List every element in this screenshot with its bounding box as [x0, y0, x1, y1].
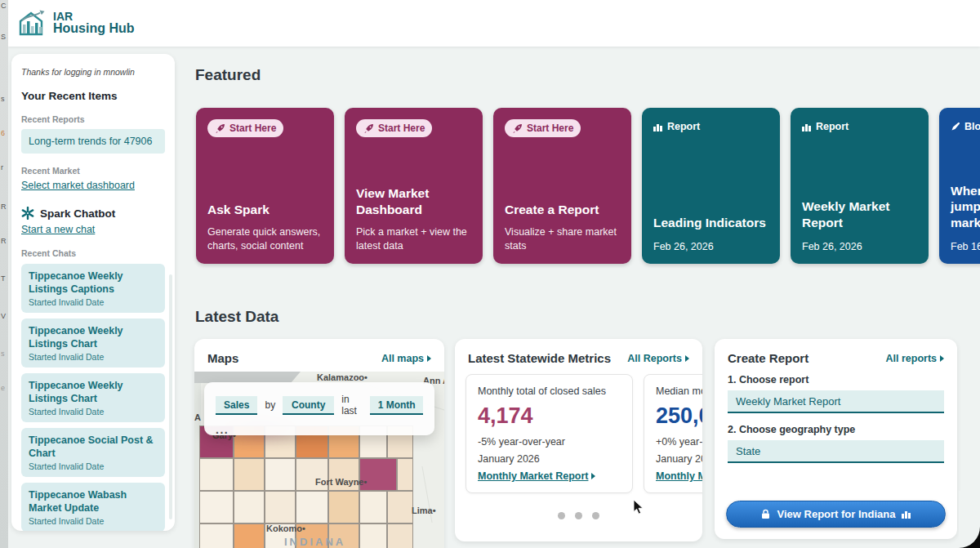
county-shape[interactable] [359, 491, 387, 523]
metric-tile: Median monthly sales price 250,000 +0% y… [644, 374, 702, 493]
card-badge-row: Start Here [356, 119, 471, 137]
county-shape[interactable] [234, 523, 265, 548]
card-badge-row: Start Here [207, 119, 323, 137]
artifact-glyph: R [1, 237, 7, 245]
period-select[interactable]: 1 Month [370, 396, 423, 415]
chat-subtitle: Started Invalid Date [29, 352, 158, 362]
spark-chatbot-header: Spark Chatbot [21, 207, 165, 220]
select-market-dashboard-link[interactable]: Select market dashboard [21, 180, 135, 191]
report-type-select[interactable]: Weekly Market Report [728, 390, 944, 413]
card-badge-label: Report [667, 121, 700, 132]
app-window: CSs6rRRTVse IAR Housing Hub [0, 0, 980, 548]
county-shape[interactable] [234, 491, 265, 523]
mouse-cursor [633, 500, 646, 515]
spark-icon [21, 207, 34, 220]
card-title: Ask Spark [207, 202, 323, 217]
county-shape[interactable] [199, 523, 234, 548]
card-badge: Report [653, 119, 700, 134]
start-new-chat-link[interactable]: Start a new chat [21, 224, 95, 235]
chat-list-item[interactable]: Tippecanoe Wabash Market Update Started … [21, 483, 165, 531]
monthly-market-report-link[interactable]: Monthly Market Report [656, 470, 702, 482]
county-shape[interactable] [199, 458, 234, 491]
brand-logo[interactable]: IAR Housing Hub [15, 9, 135, 38]
carousel-dot[interactable] [575, 512, 582, 519]
card-badge-row: Start Here [505, 119, 620, 137]
featured-heading: Featured [195, 66, 261, 84]
more-options-ellipsis[interactable]: ... [216, 426, 423, 433]
card-badge: Start Here [505, 119, 581, 137]
county-shape[interactable] [387, 491, 413, 523]
metrics-card-header: Latest Statewide Metrics All Reports [455, 339, 702, 372]
county-shape[interactable] [397, 458, 413, 491]
featured-card[interactable]: Start Here View Market Dashboard Pick a … [345, 108, 483, 264]
map-label: Kalamazoo• [317, 372, 368, 382]
map-label: Lima• [412, 506, 436, 515]
recent-report-item[interactable]: Long-term trends for 47906 [21, 129, 165, 154]
rocket-icon [215, 123, 225, 134]
card-badge-row: Report [802, 119, 917, 134]
sidebar: Thanks for logging in mnowlin Your Recen… [11, 54, 175, 531]
metric-tile: Monthly total of closed sales 4,174 -5% … [466, 374, 633, 493]
rocket-icon [512, 123, 523, 134]
monthly-market-report-link[interactable]: Monthly Market Report [478, 470, 621, 482]
chevron-right-icon [591, 473, 595, 479]
all-reports-label: All Reports [627, 353, 682, 364]
all-reports-link[interactable]: All Reports [627, 353, 689, 364]
card-badge-label: Start Here [527, 123, 573, 134]
map-label: Fort Wayne• [315, 477, 367, 487]
all-reports-label: All reports [885, 353, 937, 364]
pen-icon [951, 122, 960, 131]
map-filter-panel: Sales by County in last 1 Month ... [204, 382, 434, 435]
sidebar-scrollbar[interactable] [169, 274, 172, 519]
carousel-dot[interactable] [592, 512, 599, 519]
county-shape[interactable] [387, 523, 413, 548]
county-shape[interactable] [199, 491, 234, 523]
map-label: A [194, 412, 201, 422]
metric-value: 250,000 [656, 403, 702, 429]
county-shape[interactable] [265, 458, 296, 491]
county-shape[interactable] [296, 491, 328, 523]
chat-list-item[interactable]: Tippecanoe Weekly Listings Chart Started… [21, 319, 165, 368]
featured-card[interactable]: Start Here Create a Report Visualize + s… [493, 108, 631, 264]
metric-label: Monthly total of closed sales [478, 385, 621, 397]
chat-subtitle: Started Invalid Date [29, 516, 158, 526]
metrics-card-title: Latest Statewide Metrics [468, 351, 611, 365]
all-reports-link[interactable]: All reports [885, 353, 944, 364]
geography-select[interactable]: County [283, 396, 334, 415]
metric-label: Median monthly sales price [656, 385, 702, 397]
geography-type-select[interactable]: State [728, 440, 944, 463]
chat-list-item[interactable]: Tippecanoe Social Post & Chart Started I… [21, 428, 165, 477]
card-badge-row: Report [653, 119, 768, 134]
chat-list-item[interactable]: Tippecanoe Weekly Listings Captions Star… [21, 264, 165, 313]
all-maps-link[interactable]: All maps [381, 353, 431, 364]
chat-list-item[interactable]: Tippecanoe Weekly Listings Chart Started… [21, 373, 165, 422]
view-report-label: View Report for Indiana [777, 508, 896, 520]
featured-card[interactable]: Report Weekly Market Report Feb 26, 2026 [791, 108, 929, 264]
county-shape[interactable] [265, 491, 296, 523]
county-shape[interactable] [234, 458, 265, 491]
card-badge: Start Here [356, 119, 432, 137]
artifact-glyph: V [1, 312, 6, 320]
recent-items-title: Your Recent Items [21, 90, 165, 102]
map-filter-row: Sales by County in last 1 Month [216, 394, 423, 417]
card-badge-row: Blog [951, 119, 980, 134]
card-title: Weekly Market Report [802, 198, 917, 230]
county-map[interactable]: Sales by County in last 1 Month ... Kala… [194, 372, 444, 548]
artifact-glyph: s [1, 350, 5, 358]
featured-card[interactable]: Report Leading Indicators Feb 26, 2026 [642, 108, 780, 264]
rocket-icon [363, 123, 374, 134]
featured-card[interactable]: Start Here Ask Spark Generate quick answ… [196, 108, 334, 264]
artifact-glyph: e [1, 384, 5, 392]
recent-chats-label: Recent Chats [21, 248, 165, 258]
featured-card[interactable]: Blog Where jumping market Feb 16, 2026 [939, 108, 980, 264]
map-loading-bar [194, 372, 301, 383]
view-report-button[interactable]: View Report for Indiana [726, 501, 946, 528]
card-badge: Blog [951, 119, 980, 134]
metric-period: January 2026 [478, 453, 621, 465]
metric-period: January 2026 [656, 453, 702, 465]
carousel-dot[interactable] [558, 512, 565, 519]
metric-select[interactable]: Sales [216, 396, 257, 415]
county-shape[interactable] [328, 491, 359, 523]
latest-data-heading: Latest Data [195, 308, 278, 326]
county-shape[interactable] [359, 523, 387, 548]
